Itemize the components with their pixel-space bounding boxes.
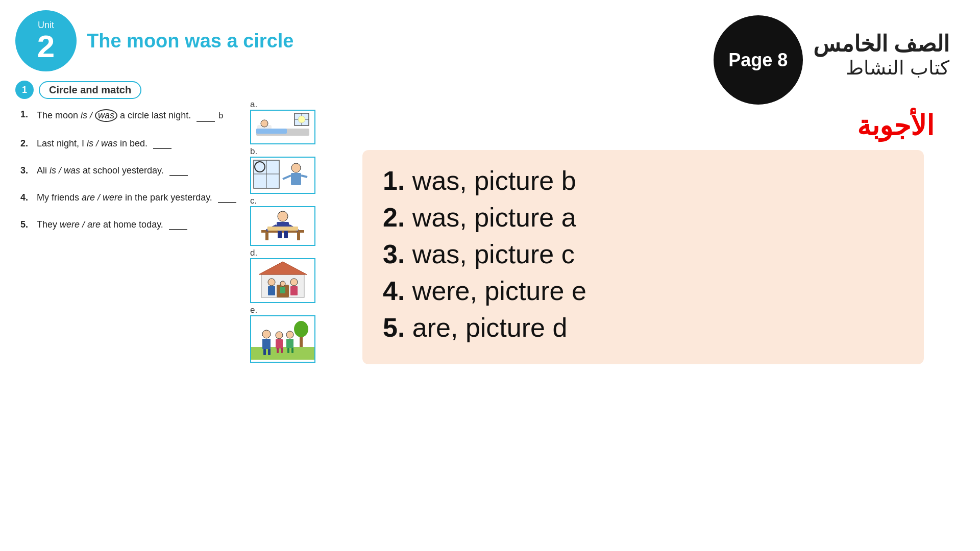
answer-4-text: were, picture e [412, 276, 586, 306]
section-header: 1 Circle and match [15, 81, 322, 99]
svg-point-43 [262, 330, 271, 338]
pic-label-d: d. [250, 248, 257, 258]
answer-2-text: was, picture a [412, 203, 576, 232]
page-label: Page 8 [728, 49, 788, 71]
q2-num: 2. [20, 138, 32, 149]
svg-point-14 [291, 163, 301, 172]
section-label: Circle and match [39, 81, 141, 99]
svg-point-3 [261, 120, 268, 127]
picture-e [250, 315, 315, 363]
svg-rect-34 [268, 286, 275, 295]
pic-label-a: a. [250, 99, 257, 109]
svg-point-8 [298, 116, 305, 123]
picture-d [250, 258, 315, 303]
svg-rect-36 [290, 286, 298, 295]
svg-rect-24 [278, 231, 282, 238]
svg-rect-15 [291, 173, 301, 185]
svg-rect-50 [281, 348, 283, 353]
svg-point-47 [276, 332, 283, 339]
pic-label-c: c. [250, 196, 257, 206]
answer-row-5: 5. are, picture d [383, 312, 893, 343]
q1-answer: b [218, 111, 223, 120]
answer-1-num: 1. [383, 166, 405, 195]
svg-rect-49 [277, 348, 279, 353]
answer-3-num: 3. [383, 239, 405, 269]
answer-1-text: was, picture b [412, 166, 576, 195]
picture-a [250, 110, 315, 144]
section-number: 1 [15, 81, 34, 99]
arabic-header: الصف الخامس كتاب النشاط [813, 31, 949, 79]
q5-line [169, 229, 187, 230]
q5-num: 5. [20, 219, 32, 230]
svg-point-42 [294, 321, 308, 337]
svg-rect-54 [291, 348, 293, 353]
answers-label: الأجوبة [857, 110, 934, 142]
picture-b [250, 157, 315, 194]
svg-rect-25 [284, 231, 288, 238]
right-panel: Page 8 الصف الخامس كتاب النشاط الأجوبة 1… [337, 0, 980, 551]
answer-5-text: are, picture d [412, 313, 568, 342]
unit-number: 2 [37, 31, 55, 62]
answer-row-4: 4. were, picture e [383, 276, 893, 306]
svg-rect-53 [287, 348, 289, 353]
header-right-row: Page 8 الصف الخامس كتاب النشاط [714, 15, 949, 105]
q2-line [153, 148, 172, 149]
svg-rect-52 [286, 339, 293, 348]
unit-badge: Unit 2 The moon was a circle [15, 10, 322, 71]
q1-num: 1. [20, 109, 32, 120]
svg-rect-44 [262, 339, 271, 349]
svg-rect-4 [256, 129, 287, 134]
q3-line [169, 175, 188, 176]
q3-num: 3. [20, 165, 32, 176]
pictures-column: a. b. [250, 99, 316, 365]
picture-c [250, 206, 315, 246]
pic-label-e: e. [250, 305, 257, 315]
svg-rect-46 [268, 349, 271, 355]
answer-5-num: 5. [383, 313, 405, 342]
svg-rect-21 [297, 233, 300, 240]
answer-4-num: 4. [383, 276, 405, 306]
svg-point-37 [280, 281, 285, 286]
answer-row-3: 3. was, picture c [383, 239, 893, 269]
svg-rect-28 [267, 227, 298, 231]
svg-rect-45 [263, 349, 266, 355]
q1-line [197, 121, 215, 122]
svg-point-51 [286, 331, 293, 338]
answer-row-2: 2. was, picture a [383, 202, 893, 233]
arabic-subtitle: كتاب النشاط [846, 57, 949, 79]
q1-circled: was [95, 109, 117, 122]
unit-circle: Unit 2 [15, 10, 77, 71]
arabic-title: الصف الخامس [813, 31, 949, 57]
svg-rect-48 [276, 339, 283, 348]
svg-point-33 [268, 279, 275, 286]
q4-num: 4. [20, 192, 32, 203]
answer-3-text: was, picture c [412, 239, 575, 269]
pic-label-b: b. [250, 146, 257, 156]
q4-line [218, 202, 236, 203]
answers-box: 1. was, picture b 2. was, picture a 3. w… [362, 150, 924, 364]
page-circle: Page 8 [714, 15, 803, 105]
svg-point-35 [290, 279, 298, 286]
svg-rect-38 [280, 287, 285, 293]
svg-rect-20 [265, 233, 268, 240]
unit-title: The moon was a circle [87, 30, 293, 52]
answer-row-1: 1. was, picture b [383, 165, 893, 196]
svg-point-22 [278, 211, 288, 221]
answer-2-num: 2. [383, 203, 405, 232]
